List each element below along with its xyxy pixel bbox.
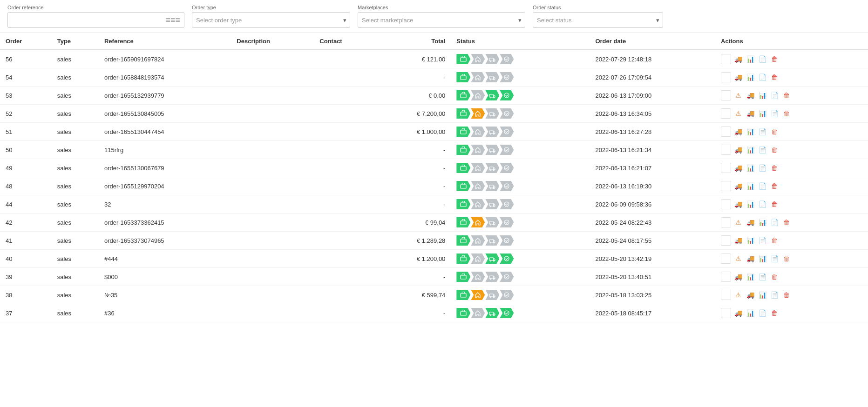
cell-description bbox=[231, 195, 314, 214]
action-stats[interactable]: 📊 bbox=[745, 127, 755, 137]
action-shipping[interactable]: 🚚 bbox=[733, 145, 743, 155]
cell-contact bbox=[314, 286, 377, 304]
action-document[interactable]: 📄 bbox=[769, 90, 780, 100]
action-warning[interactable]: ⚠ bbox=[733, 90, 743, 100]
action-document[interactable]: 📄 bbox=[757, 54, 767, 64]
action-delete[interactable]: 🗑 bbox=[781, 254, 792, 264]
cell-type: sales bbox=[52, 250, 99, 268]
action-stats[interactable]: 📊 bbox=[745, 163, 755, 173]
action-shipping[interactable]: 🚚 bbox=[733, 308, 743, 318]
cell-description bbox=[231, 123, 314, 141]
action-document[interactable]: 📄 bbox=[757, 127, 767, 137]
action-shipping[interactable]: 🚚 bbox=[733, 54, 743, 64]
order-reference-input[interactable] bbox=[12, 17, 162, 24]
action-stats[interactable]: 📊 bbox=[757, 90, 767, 100]
action-delete[interactable]: 🗑 bbox=[781, 108, 792, 119]
marketplace-select[interactable]: Select marketplace bbox=[358, 12, 525, 28]
action-select[interactable] bbox=[721, 72, 731, 82]
action-stats[interactable]: 📊 bbox=[745, 181, 755, 191]
action-shipping[interactable]: 🚚 bbox=[745, 217, 755, 227]
action-stats[interactable]: 📊 bbox=[757, 290, 767, 300]
action-document[interactable]: 📄 bbox=[757, 145, 767, 155]
action-delete[interactable]: 🗑 bbox=[769, 72, 780, 82]
action-stats[interactable]: 📊 bbox=[745, 54, 755, 64]
action-delete[interactable]: 🗑 bbox=[769, 163, 780, 173]
action-stats[interactable]: 📊 bbox=[757, 108, 767, 119]
action-warning[interactable]: ⚠ bbox=[733, 254, 743, 264]
action-delete[interactable]: 🗑 bbox=[769, 181, 780, 191]
action-document[interactable]: 📄 bbox=[769, 217, 780, 227]
action-shipping[interactable]: 🚚 bbox=[733, 72, 743, 82]
action-shipping[interactable]: 🚚 bbox=[733, 199, 743, 209]
action-select[interactable] bbox=[721, 127, 731, 137]
action-delete[interactable]: 🗑 bbox=[769, 54, 780, 64]
action-document[interactable]: 📄 bbox=[757, 308, 767, 318]
action-select[interactable] bbox=[721, 90, 731, 100]
action-warning[interactable]: ⚠ bbox=[733, 108, 743, 119]
marketplace-filter: Marketplaces Select marketplace bbox=[358, 5, 525, 28]
action-select[interactable] bbox=[721, 290, 731, 300]
action-stats[interactable]: 📊 bbox=[745, 308, 755, 318]
action-select[interactable] bbox=[721, 272, 731, 282]
action-shipping[interactable]: 🚚 bbox=[733, 127, 743, 137]
action-select[interactable] bbox=[721, 145, 731, 155]
action-stats[interactable]: 📊 bbox=[745, 272, 755, 282]
action-delete[interactable]: 🗑 bbox=[781, 90, 792, 100]
action-stats[interactable]: 📊 bbox=[745, 145, 755, 155]
action-shipping[interactable]: 🚚 bbox=[745, 290, 755, 300]
action-document[interactable]: 📄 bbox=[757, 72, 767, 82]
action-delete[interactable]: 🗑 bbox=[769, 308, 780, 318]
action-stats[interactable]: 📊 bbox=[745, 72, 755, 82]
action-shipping[interactable]: 🚚 bbox=[733, 235, 743, 246]
cell-type: sales bbox=[52, 214, 99, 232]
action-delete[interactable]: 🗑 bbox=[781, 217, 792, 227]
cell-order: 51 bbox=[0, 123, 52, 141]
cell-date: 2022-05-24 08:17:55 bbox=[590, 232, 715, 250]
action-shipping[interactable]: 🚚 bbox=[745, 254, 755, 264]
cell-status bbox=[451, 232, 590, 250]
cell-order: 39 bbox=[0, 268, 52, 286]
action-stats[interactable]: 📊 bbox=[757, 217, 767, 227]
action-stats[interactable]: 📊 bbox=[757, 254, 767, 264]
action-delete[interactable]: 🗑 bbox=[781, 290, 792, 300]
action-select[interactable] bbox=[721, 54, 731, 64]
action-select[interactable] bbox=[721, 254, 731, 264]
action-select[interactable] bbox=[721, 308, 731, 318]
action-select[interactable] bbox=[721, 181, 731, 191]
action-select[interactable] bbox=[721, 163, 731, 173]
action-document[interactable]: 📄 bbox=[757, 272, 767, 282]
action-delete[interactable]: 🗑 bbox=[769, 127, 780, 137]
action-shipping[interactable]: 🚚 bbox=[733, 272, 743, 282]
action-document[interactable]: 📄 bbox=[769, 254, 780, 264]
action-delete[interactable]: 🗑 bbox=[769, 199, 780, 209]
cell-order: 49 bbox=[0, 159, 52, 177]
action-delete[interactable]: 🗑 bbox=[769, 272, 780, 282]
action-select[interactable] bbox=[721, 108, 731, 119]
cell-description bbox=[231, 304, 314, 322]
svg-rect-35 bbox=[461, 185, 466, 188]
action-document[interactable]: 📄 bbox=[757, 181, 767, 191]
action-delete[interactable]: 🗑 bbox=[769, 145, 780, 155]
action-shipping[interactable]: 🚚 bbox=[745, 108, 755, 119]
action-select[interactable] bbox=[721, 235, 731, 246]
action-select[interactable] bbox=[721, 217, 731, 227]
action-stats[interactable]: 📊 bbox=[745, 199, 755, 209]
action-document[interactable]: 📄 bbox=[769, 108, 780, 119]
action-document[interactable]: 📄 bbox=[757, 163, 767, 173]
action-document[interactable]: 📄 bbox=[757, 199, 767, 209]
action-select[interactable] bbox=[721, 199, 731, 209]
action-warning[interactable]: ⚠ bbox=[733, 217, 743, 227]
table-row: 44 sales 32 - 2022-06-09 09:58:36 🚚📊📄🗑 bbox=[0, 195, 868, 214]
action-warning[interactable]: ⚠ bbox=[733, 290, 743, 300]
action-document[interactable]: 📄 bbox=[757, 235, 767, 246]
action-delete[interactable]: 🗑 bbox=[769, 235, 780, 246]
action-document[interactable]: 📄 bbox=[769, 290, 780, 300]
cell-total: - bbox=[377, 304, 451, 322]
action-shipping[interactable]: 🚚 bbox=[745, 90, 755, 100]
action-shipping[interactable]: 🚚 bbox=[733, 181, 743, 191]
cell-actions: 🚚📊📄🗑 bbox=[715, 268, 868, 286]
order-type-select[interactable]: Select order type bbox=[192, 12, 350, 28]
action-stats[interactable]: 📊 bbox=[745, 235, 755, 246]
action-shipping[interactable]: 🚚 bbox=[733, 163, 743, 173]
order-status-select[interactable]: Select status bbox=[533, 12, 663, 28]
